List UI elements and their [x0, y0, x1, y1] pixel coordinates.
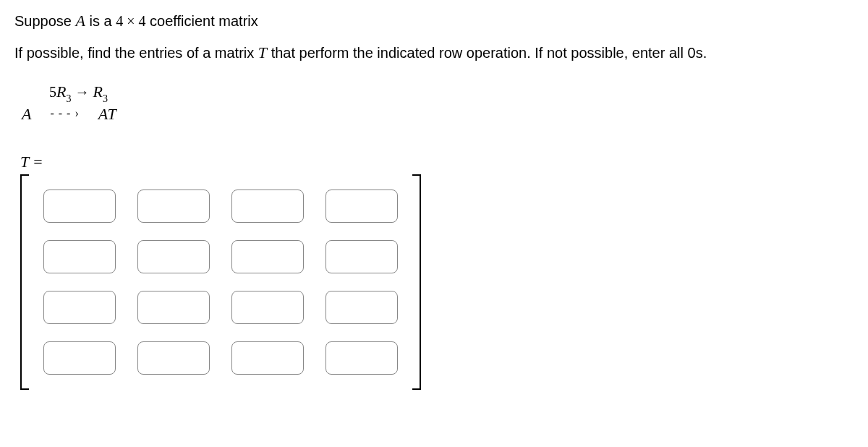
equals-sign: =	[33, 153, 42, 171]
var-A-left: A	[22, 105, 31, 124]
matrix-cell-1-0[interactable]	[43, 240, 116, 273]
matrix-cell-1-2[interactable]	[231, 240, 304, 273]
matrix-cell-3-3[interactable]	[326, 341, 398, 375]
matrix-cell-0-0[interactable]	[43, 190, 116, 223]
matrix-cell-3-2[interactable]	[231, 341, 304, 375]
R-right: R	[93, 82, 102, 101]
var-AT: AT	[98, 105, 116, 124]
problem-line-2: If possible, find the entries of a matri…	[14, 43, 854, 62]
R-left: R	[56, 82, 66, 101]
dashed-arrow-icon: - - - ›	[50, 107, 79, 120]
var-T: T	[258, 43, 267, 61]
sub-3-right: 3	[103, 93, 108, 104]
matrix-cell-2-0[interactable]	[43, 291, 116, 324]
sub-3-left: 3	[66, 93, 71, 104]
text-row-op: that perform the indicated row operation…	[267, 45, 707, 61]
matrix-cell-1-3[interactable]	[326, 240, 398, 273]
matrix-cell-0-3[interactable]	[326, 190, 398, 223]
matrix-cell-1-1[interactable]	[137, 240, 210, 273]
matrix-cell-3-1[interactable]	[137, 341, 210, 375]
text-is-a: is a	[85, 13, 116, 29]
matrix-grid	[35, 174, 407, 390]
matrix-cell-2-1[interactable]	[137, 291, 210, 324]
operation-block: 5R3 → R3 A - - - › AT	[22, 82, 854, 124]
matrix-cell-2-2[interactable]	[231, 291, 304, 324]
var-A: A	[76, 12, 85, 30]
text-suppose: Suppose	[14, 13, 76, 29]
bracket-left-icon	[20, 174, 29, 390]
text-if-possible: If possible, find the entries of a matri…	[14, 45, 258, 61]
coef-5: 5	[49, 84, 56, 100]
T-equals-label: T=	[20, 153, 854, 171]
transform-notation: A - - - › AT	[22, 105, 854, 124]
row-operation-notation: 5R3 → R3	[49, 82, 854, 103]
text-dim: 4 × 4	[116, 13, 145, 29]
matrix-cell-2-3[interactable]	[326, 291, 398, 324]
matrix-cell-0-1[interactable]	[137, 190, 210, 223]
arrow-icon: →	[71, 84, 93, 100]
var-T-answer: T	[20, 153, 29, 171]
problem-line-1: Suppose A is a 4 × 4 coefficient matrix	[14, 12, 854, 30]
text-coef-matrix: coefficient matrix	[146, 13, 258, 29]
matrix-cell-3-0[interactable]	[43, 341, 116, 375]
bracket-right-icon	[412, 174, 421, 390]
matrix-input-wrap	[20, 174, 854, 390]
matrix-cell-0-2[interactable]	[231, 190, 304, 223]
